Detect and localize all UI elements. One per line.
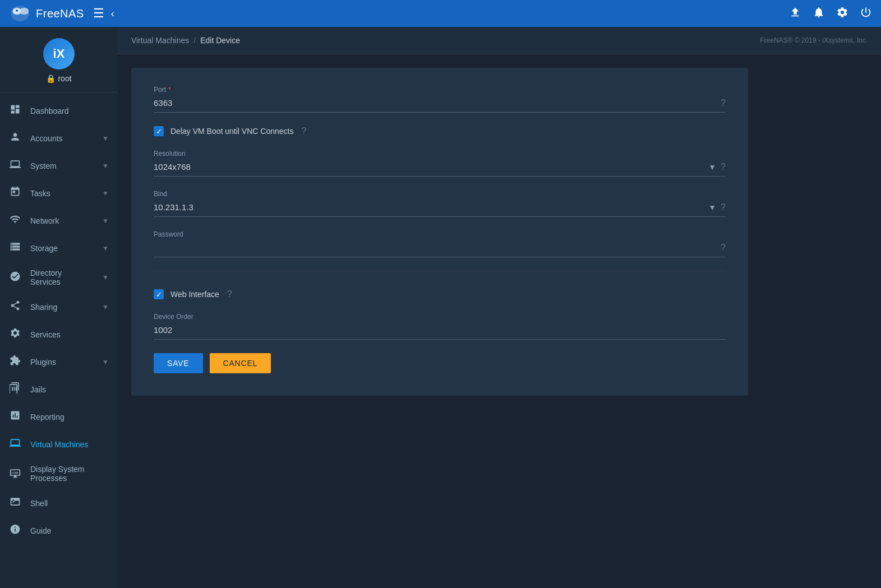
bind-help-icon[interactable]: ? (721, 202, 726, 212)
network-label: Network (30, 216, 93, 225)
svg-point-1 (16, 10, 18, 12)
gear-icon[interactable] (836, 6, 848, 21)
breadcrumb-separator: / (193, 36, 196, 45)
port-label: Port* (154, 86, 726, 94)
device-order-input-row (154, 323, 726, 340)
directory-services-arrow: ▼ (102, 274, 109, 281)
power-icon[interactable] (860, 6, 872, 21)
web-interface-label: Web Interface ? (170, 289, 232, 299)
upload-icon[interactable] (789, 6, 801, 21)
accounts-arrow: ▼ (102, 135, 109, 142)
device-order-input[interactable] (154, 323, 726, 337)
sidebar-item-plugins[interactable]: Plugins ▼ (0, 348, 118, 376)
port-help-icon[interactable]: ? (721, 98, 726, 108)
device-order-label: Device Order (154, 313, 726, 321)
reporting-icon (9, 410, 21, 424)
sidebar-item-guide[interactable]: Guide (0, 517, 118, 544)
system-arrow: ▼ (102, 162, 109, 170)
sharing-arrow: ▼ (102, 303, 109, 311)
sidebar-item-tasks[interactable]: Tasks ▼ (0, 179, 118, 207)
delay-boot-label: Delay VM Boot until VNC Connects ? (170, 126, 306, 136)
bind-dropdown-icon: ▼ (708, 203, 716, 212)
web-interface-row: ✓ Web Interface ? (154, 289, 726, 299)
logo-icon (9, 3, 31, 24)
accounts-label: Accounts (30, 134, 93, 143)
resolution-select-row: 1024x768 1280x720 1920x1080 800x600 ▼ ? (154, 160, 726, 177)
sidebar-item-accounts[interactable]: Accounts ▼ (0, 124, 118, 152)
virtual-machines-label: Virtual Machines (30, 440, 109, 449)
services-label: Services (30, 330, 109, 339)
sidebar-item-system[interactable]: System ▼ (0, 152, 118, 179)
breadcrumb-parent[interactable]: Virtual Machines (131, 36, 189, 45)
sidebar-item-display-system-processes[interactable]: Display System Processes (0, 458, 118, 489)
app-logo: FreeNAS (9, 3, 84, 24)
sidebar-user: iX 🔒 root (0, 27, 118, 92)
sidebar-item-virtual-machines[interactable]: Virtual Machines (0, 430, 118, 458)
delay-boot-row: ✓ Delay VM Boot until VNC Connects ? (154, 126, 726, 136)
delay-boot-checkbox[interactable]: ✓ (154, 126, 164, 136)
sidebar-item-reporting[interactable]: Reporting (0, 403, 118, 430)
web-interface-checkbox[interactable]: ✓ (154, 289, 164, 299)
sharing-icon (9, 300, 21, 314)
delay-boot-help-icon[interactable]: ? (301, 126, 306, 136)
sidebar-item-network[interactable]: Network ▼ (0, 207, 118, 234)
sidebar-item-dashboard[interactable]: Dashboard (0, 97, 118, 124)
network-arrow: ▼ (102, 217, 109, 225)
sidebar-item-jails[interactable]: Jails (0, 376, 118, 403)
bind-label: Bind (154, 190, 726, 198)
port-input-row: ? (154, 96, 726, 113)
services-icon (9, 327, 21, 341)
main-layout: iX 🔒 root Dashboard Accounts ▼ (0, 27, 881, 588)
resolution-field: Resolution 1024x768 1280x720 1920x1080 8… (154, 150, 726, 177)
topbar: FreeNAS ☰ ‹ (0, 0, 881, 27)
breadcrumb-current: Edit Device (200, 36, 240, 45)
form-actions: SAVE CANCEL (154, 353, 726, 373)
plugins-icon (9, 355, 21, 369)
topbar-actions (789, 6, 872, 21)
storage-icon (9, 241, 21, 255)
edit-device-form: Port* ? ✓ Delay VM Boot until VNC Connec… (131, 68, 748, 396)
bind-select[interactable]: 10.231.1.3 0.0.0.0 127.0.0.1 (154, 200, 708, 214)
breadcrumb: Virtual Machines / Edit Device (131, 36, 240, 45)
dashboard-label: Dashboard (30, 107, 109, 115)
back-icon[interactable]: ‹ (111, 8, 114, 20)
display-system-processes-icon (9, 467, 21, 481)
copyright-text: FreeNAS® © 2019 - iXsystems, Inc. (760, 36, 868, 44)
sidebar-item-shell[interactable]: Shell (0, 489, 118, 517)
sidebar-item-storage[interactable]: Storage ▼ (0, 234, 118, 262)
directory-services-label: Directory Services (30, 268, 93, 286)
resolution-label: Resolution (154, 150, 726, 158)
sidebar-item-sharing[interactable]: Sharing ▼ (0, 293, 118, 321)
sidebar-item-services[interactable]: Services (0, 321, 118, 348)
plugins-label: Plugins (30, 358, 93, 367)
password-label: Password (154, 230, 726, 238)
directory-services-icon (9, 271, 21, 285)
lock-icon: 🔒 (46, 74, 56, 83)
reporting-label: Reporting (30, 413, 109, 422)
bind-field: Bind 10.231.1.3 0.0.0.0 127.0.0.1 ▼ ? (154, 190, 726, 217)
password-input-row: ? (154, 240, 726, 257)
tasks-arrow: ▼ (102, 189, 109, 197)
web-interface-help-icon[interactable]: ? (227, 289, 232, 299)
bell-icon[interactable] (813, 6, 825, 21)
form-divider (154, 271, 726, 271)
resolution-dropdown-icon: ▼ (708, 163, 716, 172)
tasks-icon (9, 186, 21, 200)
accounts-icon (9, 131, 21, 145)
resolution-help-icon[interactable]: ? (721, 162, 726, 172)
port-input[interactable] (154, 96, 716, 110)
system-icon (9, 159, 21, 173)
resolution-select[interactable]: 1024x768 1280x720 1920x1080 800x600 (154, 160, 708, 174)
sidebar-username: 🔒 root (46, 74, 71, 83)
password-input[interactable] (154, 240, 716, 254)
storage-label: Storage (30, 244, 93, 253)
content-area: Virtual Machines / Edit Device FreeNAS® … (118, 27, 881, 588)
save-button[interactable]: SAVE (154, 353, 203, 373)
password-help-icon[interactable]: ? (721, 243, 726, 253)
cancel-button[interactable]: CANCEL (210, 353, 271, 373)
sidebar-item-directory-services[interactable]: Directory Services ▼ (0, 262, 118, 293)
avatar: iX (43, 38, 75, 70)
breadcrumb-bar: Virtual Machines / Edit Device FreeNAS® … (118, 27, 881, 54)
menu-icon[interactable]: ☰ (93, 6, 104, 21)
port-field: Port* ? (154, 86, 726, 113)
